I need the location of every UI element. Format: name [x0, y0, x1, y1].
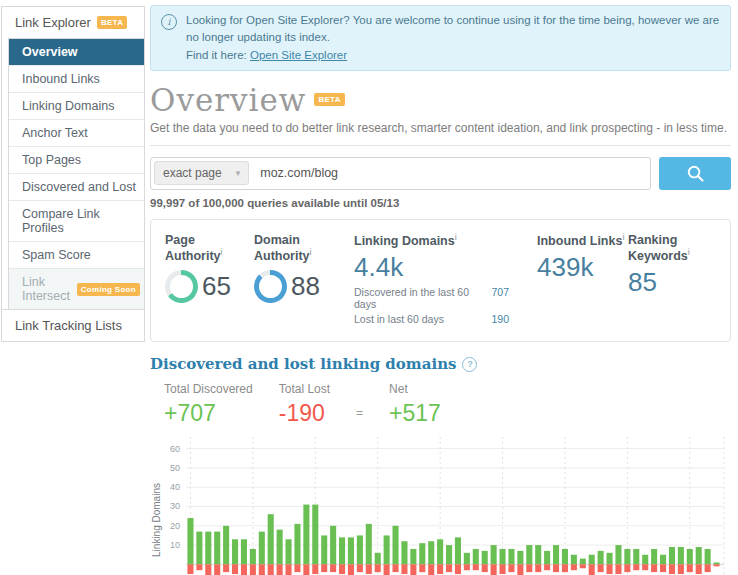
section-title: Discovered and lost linking domains [150, 355, 456, 373]
metric-value: 65 [202, 271, 231, 302]
discovered-60d-row: Discovered in the last 60 days 707 [354, 286, 509, 310]
svg-text:30: 30 [170, 502, 180, 512]
sidebar-item-link-intersect: Link Intersect Coming Soon [9, 269, 144, 309]
page-subtitle: Get the data you need to do better link … [150, 121, 731, 135]
sidebar-item-label: Compare Link Profiles [22, 207, 140, 235]
beta-badge: BETA [97, 16, 127, 29]
divider [150, 145, 731, 146]
sidebar-item-anchor-text[interactable]: Anchor Text [9, 120, 144, 147]
total-discovered: Total Discovered +707 [164, 382, 253, 427]
banner-line2-prefix: Find it here: [186, 49, 247, 61]
sidebar-item-discovered-and-lost[interactable]: Discovered and Lost [9, 174, 144, 201]
sidebar-item-overview[interactable]: Overview [9, 39, 144, 66]
metrics-card: Page Authorityi 65 Domain Authorityi 88 … [150, 219, 731, 342]
search-bar: exact page ▾ [150, 157, 731, 190]
info-tooltip-icon[interactable]: i [221, 247, 223, 257]
sidebar-item-top-pages[interactable]: Top Pages [9, 147, 144, 174]
total-lost-value: -190 [279, 400, 330, 427]
beta-badge: BETA [314, 93, 344, 106]
ose-notice-banner: i Looking for Open Site Explorer? You ar… [150, 5, 731, 71]
domain-authority-ring [254, 270, 287, 303]
svg-text:60: 60 [170, 444, 180, 454]
sidebar-item-label: Anchor Text [22, 126, 88, 140]
metric-value: 439k [537, 252, 593, 283]
info-tooltip-icon[interactable]: i [310, 247, 312, 257]
sidebar-submenu: Overview Inbound Links Linking Domains A… [8, 38, 144, 309]
info-tooltip-icon[interactable]: i [455, 232, 457, 242]
info-icon: i [161, 14, 177, 30]
sidebar-item-linking-domains[interactable]: Linking Domains [9, 93, 144, 120]
total-net-value: +517 [389, 400, 441, 427]
sidebar-item-inbound-links[interactable]: Inbound Links [9, 66, 144, 93]
total-discovered-label: Total Discovered [164, 382, 253, 396]
metric-label: Inbound Links [537, 234, 622, 248]
metric-label: Linking Domains [354, 234, 455, 248]
equals-sign: = [356, 406, 363, 420]
main-content: i Looking for Open Site Explorer? You ar… [150, 5, 731, 575]
discovered-60d-value[interactable]: 707 [491, 286, 509, 310]
total-lost-label: Total Lost [279, 382, 330, 396]
total-lost: Total Lost -190 [279, 382, 330, 427]
sidebar-item-label: Linking Domains [22, 99, 114, 113]
lost-60d-row: Lost in last 60 days 190 [354, 313, 509, 325]
search-icon [686, 164, 705, 183]
total-discovered-value: +707 [164, 400, 253, 427]
total-net: Net +517 [389, 382, 441, 427]
info-tooltip-icon[interactable]: i [622, 232, 624, 242]
banner-text: Looking for Open Site Explorer? You are … [186, 12, 720, 64]
total-net-label: Net [389, 382, 441, 396]
sidebar-item-label: Link Intersect [22, 275, 72, 303]
metric-linking-domains: Linking Domainsi 4.4k Discovered in the … [354, 232, 537, 325]
chart-svg: 605040302010-10-203/23/93/163/233/304/64… [150, 431, 725, 575]
sidebar-item-label: Top Pages [22, 153, 81, 167]
svg-text:10: 10 [170, 540, 180, 550]
metric-inbound-links: Inbound Linksi 439k [537, 232, 628, 325]
coming-soon-badge: Coming Soon [77, 283, 140, 296]
metric-domain-authority: Domain Authorityi 88 [254, 232, 354, 325]
search-scope-dropdown[interactable]: exact page ▾ [154, 161, 249, 185]
sidebar-item-label: Discovered and Lost [22, 180, 136, 194]
search-scope-label: exact page [163, 166, 222, 180]
metric-label: Ranking Keywords [628, 233, 688, 263]
sidebar-item-label: Spam Score [22, 248, 91, 262]
sidebar: Link Explorer BETA Overview Inbound Link… [1, 6, 145, 342]
query-quota-note: 99,997 of 100,000 queries available unti… [150, 197, 731, 209]
page-authority-ring [165, 270, 198, 303]
search-button[interactable] [659, 157, 731, 190]
discovered-60d-label: Discovered in the last 60 days [354, 286, 491, 310]
lost-60d-value[interactable]: 190 [491, 313, 509, 325]
metric-label: Page Authority [165, 233, 221, 263]
sidebar-item-label: Inbound Links [22, 72, 100, 86]
chevron-down-icon: ▾ [236, 168, 241, 178]
svg-text:20: 20 [170, 521, 180, 531]
sidebar-item-compare-link-profiles[interactable]: Compare Link Profiles [9, 201, 144, 242]
sidebar-item-label: Overview [22, 45, 78, 59]
search-input[interactable] [252, 165, 650, 181]
sidebar-item-link-explorer[interactable]: Link Explorer BETA [2, 7, 144, 38]
totals-row: Total Discovered +707 Total Lost -190 = … [164, 382, 731, 427]
page-title: Overview [150, 83, 306, 117]
discovered-lost-chart: 605040302010-10-203/23/93/163/233/304/64… [150, 431, 731, 575]
help-icon[interactable]: ? [462, 357, 477, 372]
open-site-explorer-link[interactable]: Open Site Explorer [250, 49, 347, 61]
link-explorer-app: Link Explorer BETA Overview Inbound Link… [0, 0, 738, 575]
metric-value: 88 [291, 271, 320, 302]
banner-line1: Looking for Open Site Explorer? You are … [186, 14, 719, 43]
metric-value: 85 [628, 267, 657, 298]
metric-ranking-keywords: Ranking Keywordsi 85 [628, 232, 716, 325]
search-box: exact page ▾ [150, 157, 651, 190]
sidebar-item-spam-score[interactable]: Spam Score [9, 242, 144, 269]
svg-text:50: 50 [170, 463, 180, 473]
sidebar-item-label: Link Tracking Lists [15, 318, 122, 333]
svg-text:Linking Domains: Linking Domains [151, 483, 162, 557]
metric-label: Domain Authority [254, 233, 310, 263]
metric-page-authority: Page Authorityi 65 [165, 232, 254, 325]
metric-value: 4.4k [354, 252, 403, 283]
info-tooltip-icon[interactable]: i [688, 247, 690, 257]
sidebar-item-link-tracking-lists[interactable]: Link Tracking Lists [2, 309, 144, 341]
lost-60d-label: Lost in last 60 days [354, 313, 444, 325]
sidebar-app-label: Link Explorer [15, 15, 91, 30]
svg-text:40: 40 [170, 482, 180, 492]
